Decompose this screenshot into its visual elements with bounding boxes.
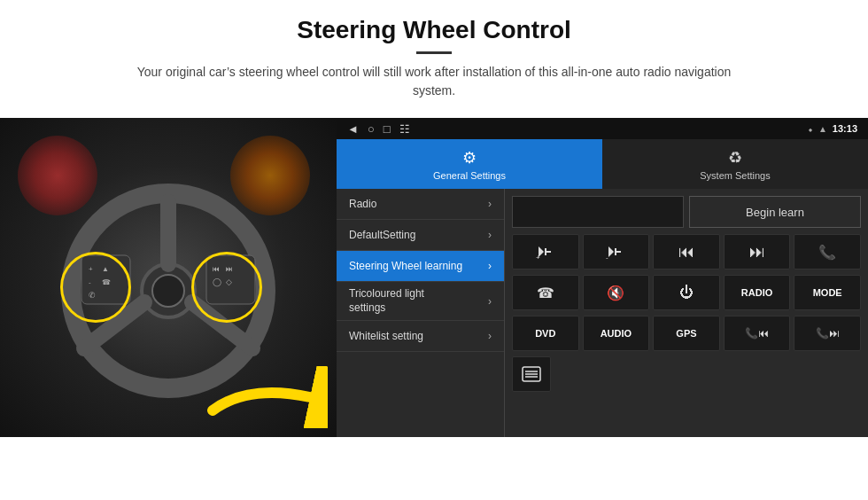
page-subtitle: Your original car’s steering wheel contr… xyxy=(124,63,744,100)
menu-item-whitelist[interactable]: Whitelist setting › xyxy=(337,321,504,352)
right-panel: Begin learn + - ⏮ ⏭ 📞 ☎ � xyxy=(505,189,868,437)
vol-down-button[interactable]: - xyxy=(583,234,650,270)
recents-nav[interactable]: □ xyxy=(384,122,391,136)
tab-system-settings[interactable]: ♻ System Settings xyxy=(602,139,868,189)
call-button[interactable]: ☎ xyxy=(512,275,579,310)
phone-button[interactable]: 📞 xyxy=(794,234,861,270)
arrow-svg xyxy=(195,366,328,428)
title-divider xyxy=(416,51,452,54)
mute-button[interactable]: 🔇 xyxy=(583,275,650,310)
prev-track-button[interactable]: ⏮ xyxy=(653,234,720,270)
menu-item-radio-label: Radio xyxy=(349,198,488,210)
settings-tabs: ⚙ General Settings ♻ System Settings xyxy=(337,139,868,189)
menu-chevron-whitelist: › xyxy=(488,330,492,342)
status-bar-right: ⬥ ▲ 13:13 xyxy=(808,123,857,134)
svg-text:+: + xyxy=(536,254,540,261)
menu-item-steering-wheel[interactable]: Steering Wheel learning › xyxy=(337,251,504,282)
location-icon: ⬥ xyxy=(808,124,813,134)
page-header: Steering Wheel Control Your original car… xyxy=(0,0,868,118)
mode-label-button[interactable]: MODE xyxy=(794,275,861,310)
back-nav[interactable]: ◄ xyxy=(347,122,359,136)
status-bar-left: ◄ ○ □ ☷ xyxy=(347,122,410,136)
svg-point-5 xyxy=(152,275,184,307)
menu-item-sw-label: Steering Wheel learning xyxy=(349,260,488,272)
icon-row-4 xyxy=(505,354,868,395)
begin-learn-button[interactable]: Begin learn xyxy=(689,196,861,228)
svg-marker-22 xyxy=(608,246,614,257)
signal-icon: ▲ xyxy=(818,124,827,134)
steering-wheel-bg: + ▲ - ☎ ✆ ⏮ ⏭ ◯ ◇ xyxy=(0,118,337,437)
menu-item-whitelist-label: Whitelist setting xyxy=(349,330,488,342)
tab-general-label: General Settings xyxy=(433,170,506,181)
icon-row-3: DVD AUDIO GPS 📞⏮ 📞⏭ xyxy=(505,313,868,354)
radio-label-button[interactable]: RADIO xyxy=(724,275,791,310)
key-input-box xyxy=(512,196,684,228)
home-nav[interactable]: ○ xyxy=(368,122,375,136)
menu-item-tricoloured-label: Tricoloured lightsettings xyxy=(349,287,488,315)
vol-up-button[interactable]: + xyxy=(512,234,579,270)
main-content: + ▲ - ☎ ✆ ⏮ ⏭ ◯ ◇ xyxy=(0,118,868,437)
tab-general-settings[interactable]: ⚙ General Settings xyxy=(337,139,602,189)
dvd-label-button[interactable]: DVD xyxy=(512,316,579,351)
car-image-area: + ▲ - ☎ ✆ ⏮ ⏭ ◯ ◇ xyxy=(0,118,337,437)
menu-item-default-label: DefaultSetting xyxy=(349,229,488,241)
menu-chevron-tricoloured: › xyxy=(488,295,492,308)
icon-row-1: + - ⏮ ⏭ 📞 xyxy=(505,231,868,272)
svg-text:-: - xyxy=(606,254,608,261)
menu-item-radio[interactable]: Radio › xyxy=(337,189,504,220)
tel-next-button[interactable]: 📞⏭ xyxy=(794,316,861,351)
time-display: 13:13 xyxy=(833,123,857,134)
page-title: Steering Wheel Control xyxy=(35,16,833,44)
tab-system-label: System Settings xyxy=(700,170,770,181)
power-button[interactable]: ⏻ xyxy=(653,275,720,310)
gps-label-button[interactable]: GPS xyxy=(653,316,720,351)
status-bar: ◄ ○ □ ☷ ⬥ ▲ 13:13 xyxy=(337,118,868,139)
system-settings-icon: ♻ xyxy=(728,148,742,168)
android-ui: ◄ ○ □ ☷ ⬥ ▲ 13:13 ⚙ General Settings ♻ S… xyxy=(337,118,868,437)
grid-nav[interactable]: ☷ xyxy=(399,122,410,136)
menu-chevron-default: › xyxy=(488,229,492,241)
tel-prev-button[interactable]: 📞⏮ xyxy=(724,316,791,351)
audio-label-button[interactable]: AUDIO xyxy=(583,316,650,351)
left-menu: Radio › DefaultSetting › Steering Wheel … xyxy=(337,189,505,437)
next-track-button[interactable]: ⏭ xyxy=(724,234,791,270)
menu-item-tricoloured[interactable]: Tricoloured lightsettings › xyxy=(337,282,504,321)
general-settings-icon: ⚙ xyxy=(462,148,477,168)
menu-item-default-setting[interactable]: DefaultSetting › xyxy=(337,220,504,251)
panel-row-1: Begin learn xyxy=(505,189,868,231)
content-area: Radio › DefaultSetting › Steering Wheel … xyxy=(337,189,868,437)
menu-button[interactable] xyxy=(512,356,551,392)
menu-chevron-sw: › xyxy=(488,260,492,272)
menu-chevron-radio: › xyxy=(488,198,492,210)
icon-row-2: ☎ 🔇 ⏻ RADIO MODE xyxy=(505,272,868,313)
